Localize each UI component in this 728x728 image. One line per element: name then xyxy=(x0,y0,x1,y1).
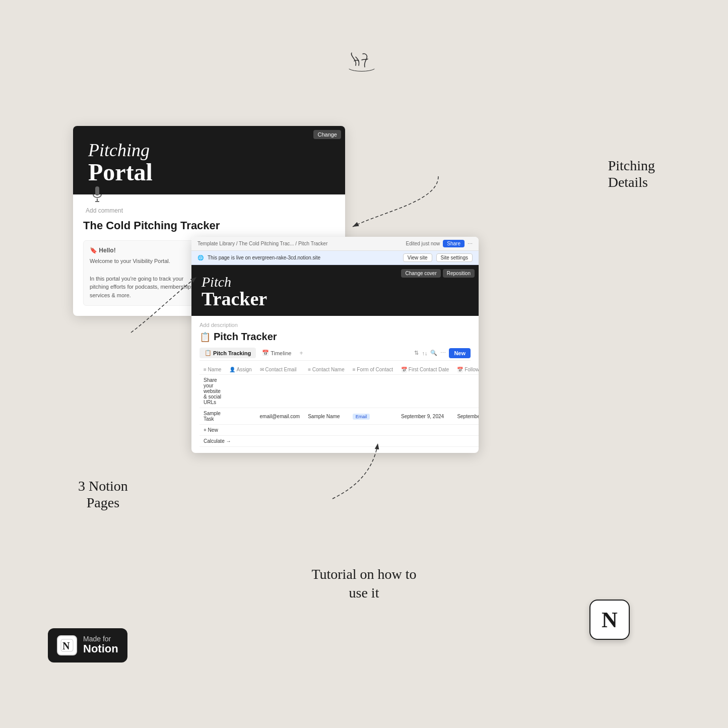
row2-contact-name: Sample Name xyxy=(304,408,349,425)
row1-assign xyxy=(225,375,255,408)
tracker-toolbar-right: ⇅ ↑↓ 🔍 ⋯ New xyxy=(414,348,471,358)
row1-followup xyxy=(453,375,479,408)
timeline-icon: 📅 xyxy=(262,350,269,356)
row2-email: email@email.com xyxy=(256,408,304,425)
tab-timeline[interactable]: 📅 Timeline xyxy=(257,348,296,358)
hello-label: Hello! xyxy=(99,247,115,254)
calculate-row: Calculate → xyxy=(200,436,479,447)
tracker-breadcrumb: Template Library / The Cold Pitching Tra… xyxy=(191,237,479,251)
tracker-cover-buttons: Change cover Reposition xyxy=(401,269,475,278)
made-for-line2: Notion xyxy=(83,642,118,655)
tracker-body: Add description 📋 Pitch Tracker 📋 Pitch … xyxy=(191,316,479,453)
change-cover-button[interactable]: Change cover xyxy=(401,269,440,278)
microphone-icon xyxy=(88,182,106,207)
col-contact-email: ✉ Contact Email xyxy=(256,365,304,375)
table-row: Share your website & social URLs xyxy=(200,375,479,408)
bookmark-icon: 🔖 Hello! xyxy=(90,247,198,254)
calculate-text: Calculate → xyxy=(200,436,479,447)
notion-live-bar: 🌐 This page is live on evergreen-rake-3c… xyxy=(191,251,479,265)
svg-text:N: N xyxy=(62,640,70,651)
col-assign: 👤 Assign xyxy=(225,365,255,375)
globe-icon: 🌐 xyxy=(197,255,204,260)
notion-n-letter: N xyxy=(602,607,618,633)
notion-n-icon: N xyxy=(57,635,77,655)
row1-name: Share your website & social URLs xyxy=(200,375,225,408)
portal-header: Change Pitching Portal xyxy=(73,126,345,194)
form-col-icon: ≡ xyxy=(353,367,356,372)
email-badge: Email xyxy=(353,414,370,420)
row1-email xyxy=(256,375,304,408)
tracker-emoji: 📋 xyxy=(200,332,211,343)
view-site-button[interactable]: View site xyxy=(403,253,432,262)
tab-pitch-tracking[interactable]: 📋 Pitch Tracking xyxy=(200,348,256,358)
row2-followup: September 2 xyxy=(453,408,479,425)
made-for-text: Made for Notion xyxy=(83,635,118,655)
notion-logo-big: N xyxy=(589,600,630,640)
add-comment-bar[interactable]: Add comment xyxy=(83,207,335,214)
followup-col-icon: 📅 xyxy=(457,367,463,372)
pitch-tracking-icon: 📋 xyxy=(205,350,212,356)
tracker-title-block: Tracker xyxy=(202,289,469,308)
date-col-icon: 📅 xyxy=(401,367,407,372)
row2-assign xyxy=(225,408,255,425)
col-contact-name: ≡ Contact Name xyxy=(304,365,349,375)
hf-logo xyxy=(342,48,387,85)
more-icon: ⋯ xyxy=(468,241,473,246)
filter-icon[interactable]: ⇅ xyxy=(414,350,419,356)
search-icon[interactable]: 🔍 xyxy=(430,350,437,356)
annotation-pitching-details: PitchingDetails xyxy=(608,140,655,191)
annotation-3-notion-pages: 3 NotionPages xyxy=(78,478,128,511)
change-cover-button[interactable]: Change xyxy=(313,130,341,139)
made-for-line1: Made for xyxy=(83,635,118,642)
row1-date xyxy=(397,375,453,408)
col-follow-up: 📅 Follow Up xyxy=(453,365,479,375)
sort-icon[interactable]: ↑↓ xyxy=(422,350,427,356)
tracker-tabs: 📋 Pitch Tracking 📅 Timeline + ⇅ ↑↓ 🔍 ⋯ N… xyxy=(200,348,471,361)
table-row: Sample Task email@email.com Sample Name … xyxy=(200,408,479,425)
pitch-tracker-card: Template Library / The Cold Pitching Tra… xyxy=(191,237,479,453)
live-bar-text: This page is live on evergreen-rake-3cd.… xyxy=(208,255,399,260)
row1-contact-name xyxy=(304,375,349,408)
name-col-icon: ≡ xyxy=(204,367,207,372)
col-name: ≡ Name xyxy=(200,365,225,375)
portal-title-block: Portal xyxy=(88,160,330,184)
row1-form xyxy=(349,375,397,408)
pitch-tracking-table: ≡ Name 👤 Assign ✉ Contact Email ≡ Contac… xyxy=(200,365,479,447)
welcome-text: Welcome to your Visibility Portal. xyxy=(90,257,198,266)
share-button[interactable]: Share xyxy=(443,240,465,247)
edited-text: Edited just now xyxy=(406,241,440,246)
add-new-text[interactable]: + New xyxy=(200,425,479,436)
svg-rect-0 xyxy=(95,186,99,195)
breadcrumb-text: Template Library / The Cold Pitching Tra… xyxy=(197,241,327,246)
new-button[interactable]: New xyxy=(449,348,471,358)
row2-form: Email xyxy=(349,408,397,425)
portal-main-title: The Cold Pitching Tracker xyxy=(83,219,335,232)
row2-name: Sample Task xyxy=(200,408,225,425)
reposition-button[interactable]: Reposition xyxy=(443,269,475,278)
assign-col-icon: 👤 xyxy=(229,367,235,372)
col-first-contact-date: 📅 First Contact Date xyxy=(397,365,453,375)
tracker-page-title: 📋 Pitch Tracker xyxy=(200,331,471,343)
tracker-header: Change cover Reposition Pitch Tracker xyxy=(191,265,479,316)
add-tab-button[interactable]: + xyxy=(299,350,303,357)
add-new-row[interactable]: + New xyxy=(200,425,479,436)
email-col-icon: ✉ xyxy=(260,367,264,372)
site-settings-button[interactable]: Site settings xyxy=(436,253,473,262)
add-description[interactable]: Add description xyxy=(200,322,471,328)
made-for-notion-badge: N Made for Notion xyxy=(48,628,127,663)
body-text: In this portal you're going to track you… xyxy=(90,275,198,300)
row2-date: September 9, 2024 xyxy=(397,408,453,425)
contact-name-col-icon: ≡ xyxy=(308,367,311,372)
annotation-tutorial: Tutorial on how touse it xyxy=(294,565,435,602)
more-options-icon[interactable]: ⋯ xyxy=(440,350,446,356)
col-form-of-contact: ≡ Form of Contact xyxy=(349,365,397,375)
portal-title-script: Pitching xyxy=(88,141,330,159)
portal-hello-block: 🔖 Hello! Welcome to your Visibility Port… xyxy=(83,240,205,306)
